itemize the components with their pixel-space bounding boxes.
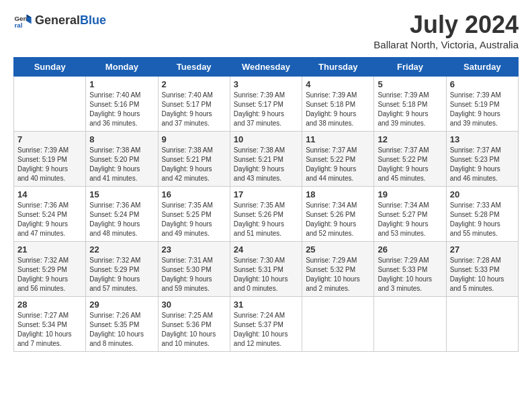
calendar-cell: 18Sunrise: 7:34 AMSunset: 5:26 PMDayligh… (302, 187, 374, 242)
day-number: 22 (89, 244, 154, 255)
day-number: 13 (450, 134, 515, 144)
day-number: 20 (450, 189, 515, 199)
day-info: Sunrise: 7:36 AMSunset: 5:24 PMDaylight:… (17, 201, 82, 238)
logo: Gene ral GeneralBlue (13, 11, 106, 30)
day-number: 29 (89, 300, 154, 310)
calendar-cell: 22Sunrise: 7:32 AMSunset: 5:29 PMDayligh… (86, 242, 158, 297)
calendar-header-tuesday: Tuesday (158, 58, 230, 77)
calendar-header-thursday: Thursday (302, 58, 374, 77)
day-number: 28 (17, 300, 82, 310)
calendar-cell: 11Sunrise: 7:37 AMSunset: 5:22 PMDayligh… (302, 132, 374, 187)
calendar-cell: 4Sunrise: 7:39 AMSunset: 5:18 PMDaylight… (302, 77, 374, 132)
day-number: 11 (306, 134, 370, 144)
day-info: Sunrise: 7:33 AMSunset: 5:28 PMDaylight:… (450, 201, 515, 238)
day-number: 8 (89, 134, 154, 144)
calendar-week-3: 14Sunrise: 7:36 AMSunset: 5:24 PMDayligh… (14, 187, 519, 242)
day-info: Sunrise: 7:26 AMSunset: 5:35 PMDaylight:… (89, 311, 154, 349)
calendar-cell: 17Sunrise: 7:35 AMSunset: 5:26 PMDayligh… (230, 187, 302, 242)
calendar-cell: 2Sunrise: 7:40 AMSunset: 5:17 PMDaylight… (158, 77, 230, 132)
day-number: 31 (234, 300, 298, 310)
calendar-cell: 30Sunrise: 7:25 AMSunset: 5:36 PMDayligh… (158, 297, 230, 352)
day-info: Sunrise: 7:29 AMSunset: 5:32 PMDaylight:… (306, 256, 370, 293)
calendar-cell: 13Sunrise: 7:37 AMSunset: 5:23 PMDayligh… (446, 132, 518, 187)
logo-text-general: General (35, 13, 80, 27)
title-area: July 2024 Ballarat North, Victoria, Aust… (373, 11, 519, 50)
calendar-week-5: 28Sunrise: 7:27 AMSunset: 5:34 PMDayligh… (14, 297, 519, 352)
day-number: 10 (234, 134, 298, 144)
day-info: Sunrise: 7:38 AMSunset: 5:21 PMDaylight:… (234, 146, 298, 183)
day-info: Sunrise: 7:39 AMSunset: 5:19 PMDaylight:… (17, 146, 82, 183)
day-number: 2 (162, 79, 226, 89)
day-number: 18 (306, 189, 370, 199)
calendar-header-wednesday: Wednesday (230, 58, 302, 77)
svg-text:ral: ral (14, 21, 22, 29)
calendar-cell (446, 297, 518, 352)
calendar-cell (14, 77, 86, 132)
calendar-header-saturday: Saturday (446, 58, 518, 77)
day-info: Sunrise: 7:30 AMSunset: 5:31 PMDaylight:… (234, 256, 298, 293)
calendar-header-row: SundayMondayTuesdayWednesdayThursdayFrid… (14, 58, 519, 77)
day-info: Sunrise: 7:38 AMSunset: 5:20 PMDaylight:… (89, 146, 154, 183)
calendar-cell: 9Sunrise: 7:38 AMSunset: 5:21 PMDaylight… (158, 132, 230, 187)
calendar-cell: 23Sunrise: 7:31 AMSunset: 5:30 PMDayligh… (158, 242, 230, 297)
day-info: Sunrise: 7:25 AMSunset: 5:36 PMDaylight:… (162, 311, 226, 349)
calendar-cell: 24Sunrise: 7:30 AMSunset: 5:31 PMDayligh… (230, 242, 302, 297)
day-info: Sunrise: 7:32 AMSunset: 5:29 PMDaylight:… (89, 256, 154, 293)
day-info: Sunrise: 7:35 AMSunset: 5:26 PMDaylight:… (234, 201, 298, 238)
calendar-cell: 1Sunrise: 7:40 AMSunset: 5:16 PMDaylight… (86, 77, 158, 132)
day-info: Sunrise: 7:35 AMSunset: 5:25 PMDaylight:… (162, 201, 226, 238)
calendar: SundayMondayTuesdayWednesdayThursdayFrid… (13, 57, 519, 352)
day-number: 27 (450, 244, 515, 255)
day-number: 6 (450, 79, 515, 89)
day-number: 9 (162, 134, 226, 144)
calendar-header-friday: Friday (374, 58, 446, 77)
calendar-cell: 21Sunrise: 7:32 AMSunset: 5:29 PMDayligh… (14, 242, 86, 297)
day-number: 23 (162, 244, 226, 255)
day-number: 15 (89, 189, 154, 199)
calendar-header-sunday: Sunday (14, 58, 86, 77)
calendar-week-1: 1Sunrise: 7:40 AMSunset: 5:16 PMDaylight… (14, 77, 519, 132)
calendar-cell: 14Sunrise: 7:36 AMSunset: 5:24 PMDayligh… (14, 187, 86, 242)
day-number: 4 (306, 79, 370, 89)
day-info: Sunrise: 7:39 AMSunset: 5:18 PMDaylight:… (378, 91, 442, 128)
main-title: July 2024 (373, 11, 519, 39)
day-info: Sunrise: 7:34 AMSunset: 5:26 PMDaylight:… (306, 201, 370, 238)
calendar-week-2: 7Sunrise: 7:39 AMSunset: 5:19 PMDaylight… (14, 132, 519, 187)
day-number: 12 (378, 134, 442, 144)
logo-text-blue: Blue (80, 13, 106, 27)
calendar-cell: 26Sunrise: 7:29 AMSunset: 5:33 PMDayligh… (374, 242, 446, 297)
day-info: Sunrise: 7:40 AMSunset: 5:17 PMDaylight:… (162, 91, 226, 128)
logo-icon: Gene ral (13, 11, 32, 30)
day-number: 16 (162, 189, 226, 199)
day-info: Sunrise: 7:37 AMSunset: 5:23 PMDaylight:… (450, 146, 515, 183)
calendar-cell: 16Sunrise: 7:35 AMSunset: 5:25 PMDayligh… (158, 187, 230, 242)
day-info: Sunrise: 7:36 AMSunset: 5:24 PMDaylight:… (89, 201, 154, 238)
subtitle: Ballarat North, Victoria, Australia (373, 39, 519, 50)
calendar-cell: 27Sunrise: 7:28 AMSunset: 5:33 PMDayligh… (446, 242, 518, 297)
calendar-cell: 19Sunrise: 7:34 AMSunset: 5:27 PMDayligh… (374, 187, 446, 242)
day-info: Sunrise: 7:37 AMSunset: 5:22 PMDaylight:… (306, 146, 370, 183)
day-info: Sunrise: 7:34 AMSunset: 5:27 PMDaylight:… (378, 201, 442, 238)
header: Gene ral GeneralBlue July 2024 Ballarat … (13, 11, 519, 50)
day-number: 25 (306, 244, 370, 255)
calendar-cell: 5Sunrise: 7:39 AMSunset: 5:18 PMDaylight… (374, 77, 446, 132)
day-number: 1 (89, 79, 154, 89)
calendar-header-monday: Monday (86, 58, 158, 77)
calendar-cell: 28Sunrise: 7:27 AMSunset: 5:34 PMDayligh… (14, 297, 86, 352)
calendar-cell: 8Sunrise: 7:38 AMSunset: 5:20 PMDaylight… (86, 132, 158, 187)
calendar-cell: 3Sunrise: 7:39 AMSunset: 5:17 PMDaylight… (230, 77, 302, 132)
day-info: Sunrise: 7:39 AMSunset: 5:19 PMDaylight:… (450, 91, 515, 128)
day-info: Sunrise: 7:40 AMSunset: 5:16 PMDaylight:… (89, 91, 154, 128)
calendar-cell: 25Sunrise: 7:29 AMSunset: 5:32 PMDayligh… (302, 242, 374, 297)
calendar-cell: 15Sunrise: 7:36 AMSunset: 5:24 PMDayligh… (86, 187, 158, 242)
day-number: 5 (378, 79, 442, 89)
day-info: Sunrise: 7:31 AMSunset: 5:30 PMDaylight:… (162, 256, 226, 293)
day-number: 3 (234, 79, 298, 89)
day-info: Sunrise: 7:24 AMSunset: 5:37 PMDaylight:… (234, 311, 298, 349)
calendar-body: 1Sunrise: 7:40 AMSunset: 5:16 PMDaylight… (14, 77, 519, 352)
day-number: 30 (162, 300, 226, 310)
calendar-cell: 29Sunrise: 7:26 AMSunset: 5:35 PMDayligh… (86, 297, 158, 352)
day-info: Sunrise: 7:32 AMSunset: 5:29 PMDaylight:… (17, 256, 82, 293)
day-info: Sunrise: 7:27 AMSunset: 5:34 PMDaylight:… (17, 311, 82, 349)
day-info: Sunrise: 7:37 AMSunset: 5:22 PMDaylight:… (378, 146, 442, 183)
